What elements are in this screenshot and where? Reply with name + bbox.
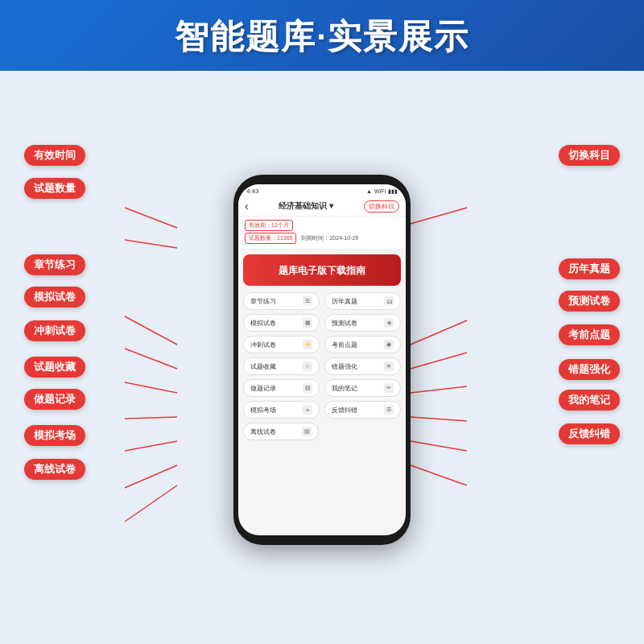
banner[interactable]: 题库电子版下载指南: [243, 254, 401, 286]
menu-predict[interactable]: 预测试卷 ◈: [324, 314, 401, 332]
nav-switch-button[interactable]: 切换科目: [364, 200, 399, 213]
menu-row-3: 冲刺试卷 ⚡ 考前点题 ◉: [243, 336, 401, 353]
menu-row-4: 试题收藏 ☆ 错题强化 ≋: [243, 357, 401, 375]
svg-line-14: [411, 441, 467, 451]
menu-pretips[interactable]: 考前点题 ◉: [324, 336, 401, 353]
svg-line-9: [411, 208, 467, 224]
questions-badge: 试题数量：11365: [245, 233, 296, 244]
collect-icon: ☆: [303, 361, 312, 371]
label-mock-exam: 模拟试卷: [24, 287, 85, 308]
menu-mock[interactable]: 模拟试卷 ▦: [243, 314, 320, 332]
svg-line-5: [125, 417, 177, 419]
label-switch-subject: 切换科目: [559, 145, 620, 166]
nav-bar: ‹ 经济基础知识 ▾ 切换科目: [238, 196, 406, 217]
chapter-icon: ☰: [303, 296, 312, 306]
menu-sprint[interactable]: 冲刺试卷 ⚡: [243, 336, 320, 353]
nav-back-icon[interactable]: ‹: [245, 200, 249, 213]
past-icon: 🗂: [384, 296, 394, 306]
label-question-collect: 试题收藏: [24, 357, 85, 378]
label-past-exams: 历年真题: [559, 258, 620, 279]
svg-line-6: [125, 441, 177, 451]
phone-time: 4:43: [246, 188, 259, 195]
label-sprint-exam: 冲刺试卷: [24, 320, 85, 341]
svg-line-3: [125, 349, 177, 369]
menu-notes[interactable]: 我的笔记 ✏: [324, 379, 401, 397]
menu-past[interactable]: 历年真题 🗂: [324, 292, 401, 310]
menu-row-7: 离线试卷 ▤: [243, 423, 401, 440]
label-question-count: 试题数量: [24, 178, 85, 199]
notes-icon: ✏: [384, 383, 394, 393]
content-area: 4:43 ▲WiFi▮▮▮ ‹ 经济基础知识 ▾ 切换科目 有效期：12个月 试…: [0, 71, 644, 644]
label-feedback: 反馈纠错: [559, 423, 620, 444]
svg-line-0: [125, 208, 177, 228]
menu-row-6: 模拟考场 ≡ 反馈纠错 ☰: [243, 401, 401, 419]
label-my-notes: 我的笔记: [559, 390, 620, 411]
wrong-icon: ≋: [384, 361, 394, 371]
label-valid-time: 有效时间: [24, 145, 85, 166]
feedback-icon: ☰: [384, 405, 394, 415]
svg-line-4: [125, 382, 177, 393]
menu-row-1: 章节练习 ☰ 历年真题 🗂: [243, 292, 401, 310]
status-bar: 4:43 ▲WiFi▮▮▮: [238, 184, 406, 196]
svg-line-7: [125, 465, 177, 488]
sprint-icon: ⚡: [303, 340, 312, 349]
menu-feedback[interactable]: 反馈纠错 ☰: [324, 401, 401, 419]
info-section: 有效期：12个月 试题数量：11365 到期时间：2024-10-26: [238, 217, 406, 250]
label-offline-exam: 离线试卷: [24, 459, 85, 480]
banner-text: 题库电子版下载指南: [279, 265, 365, 276]
label-chapter-practice: 章节练习: [24, 254, 85, 275]
menu-hall[interactable]: 模拟考场 ≡: [243, 401, 320, 419]
hall-icon: ≡: [303, 405, 312, 415]
svg-line-15: [411, 465, 467, 485]
menu-row-5: 做题记录 ▤ 我的笔记 ✏: [243, 379, 401, 397]
label-predict-exam: 预测试卷: [559, 291, 620, 312]
pretips-icon: ◉: [384, 340, 394, 349]
expiry-text: 到期时间：2024-10-26: [301, 234, 358, 242]
nav-title: 经济基础知识 ▾: [279, 200, 333, 212]
phone-mockup: 4:43 ▲WiFi▮▮▮ ‹ 经济基础知识 ▾ 切换科目 有效期：12个月 试…: [233, 175, 411, 545]
menu-collect[interactable]: 试题收藏 ☆: [243, 357, 320, 375]
menu-chapter[interactable]: 章节练习 ☰: [243, 292, 320, 310]
svg-line-11: [411, 353, 467, 369]
menu-offline[interactable]: 离线试卷 ▤: [243, 423, 319, 440]
svg-line-10: [411, 320, 467, 345]
label-mock-hall: 模拟考场: [24, 425, 85, 446]
label-practice-record: 做题记录: [24, 389, 85, 410]
predict-icon: ◈: [384, 318, 394, 328]
svg-line-12: [411, 386, 467, 393]
svg-line-8: [125, 485, 177, 522]
header: 智能题库·实景展示: [0, 0, 644, 71]
offline-icon: ▤: [302, 427, 312, 436]
label-pre-exam-tips: 考前点题: [559, 324, 620, 345]
mock-icon: ▦: [303, 318, 312, 328]
validity-badge: 有效期：12个月: [245, 220, 293, 231]
label-wrong-reinforce: 错题强化: [559, 359, 620, 380]
header-title: 智能题库·实景展示: [8, 14, 636, 60]
status-icons: ▲WiFi▮▮▮: [366, 188, 398, 195]
svg-line-1: [125, 240, 177, 248]
svg-line-2: [125, 316, 177, 345]
menu-grid: 章节练习 ☰ 历年真题 🗂 模拟试卷 ▦ 预测试卷 ◈: [238, 291, 406, 535]
menu-wrong[interactable]: 错题强化 ≋: [324, 357, 401, 375]
menu-row-2: 模拟试卷 ▦ 预测试卷 ◈: [243, 314, 401, 332]
svg-line-13: [411, 417, 467, 421]
menu-record[interactable]: 做题记录 ▤: [243, 379, 320, 397]
record-icon: ▤: [303, 383, 312, 393]
